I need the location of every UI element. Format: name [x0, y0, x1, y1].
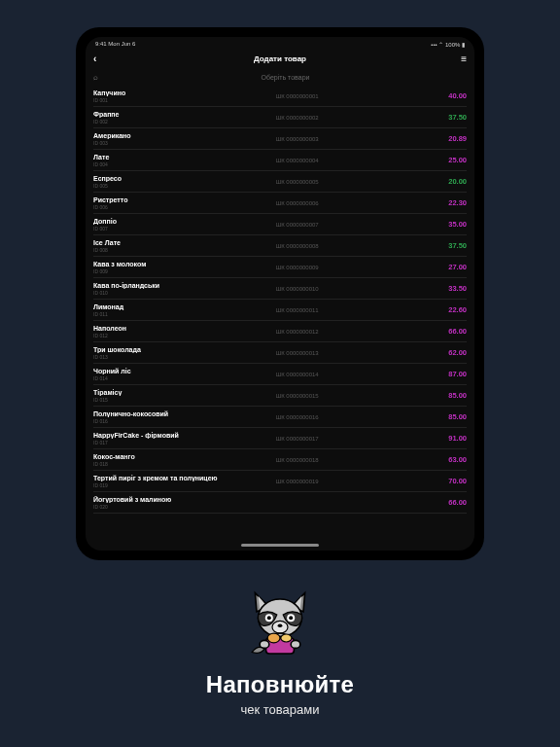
product-id: ID 004 [93, 161, 276, 167]
product-row[interactable]: ФраппеID 002ШК 000000000237.50 [93, 107, 467, 128]
product-main: Йогуртовий з малиноюID 020 [93, 496, 276, 510]
product-main: ЕспресоID 005 [93, 175, 276, 189]
product-price: 62.00 [428, 348, 467, 357]
product-code: ШК 0000000013 [276, 350, 428, 356]
product-id: ID 014 [93, 375, 276, 381]
navbar-title: Додати товар [254, 54, 306, 63]
product-main: ТірамісуID 015 [93, 389, 276, 403]
product-code: ШК 0000000007 [276, 222, 428, 228]
product-name: Доппіо [93, 218, 276, 225]
product-code: ШК 0000000016 [276, 414, 428, 420]
product-name: Американо [93, 132, 276, 139]
product-name: Чорний ліс [93, 368, 276, 374]
product-row[interactable]: АмериканоID 003ШК 000000000320.89 [93, 128, 467, 150]
product-name: Ice Лате [93, 239, 276, 246]
product-list[interactable]: КапучиноID 001ШК 000000000140.00ФраппеID… [86, 86, 474, 542]
product-row[interactable]: Йогуртовий з малиноюID 02066.00 [93, 492, 467, 514]
search-icon: ⌕ [93, 73, 98, 82]
menu-icon[interactable]: ≡ [461, 53, 467, 64]
product-id: ID 019 [93, 482, 276, 488]
product-price: 91.00 [428, 434, 467, 443]
status-bar: 9:41 Mon Jun 6 ••• ⌃ 100% ▮ [86, 37, 474, 51]
status-time: 9:41 Mon Jun 6 [95, 41, 135, 47]
product-row[interactable]: Полунично-кокосовийID 016ШК 000000001685… [93, 407, 467, 428]
home-indicator[interactable] [241, 544, 319, 547]
product-name: Кава з молоком [93, 261, 276, 267]
product-main: Три шоколадаID 013 [93, 346, 276, 360]
status-right: ••• ⌃ 100% ▮ [431, 41, 465, 48]
search-bar[interactable]: ⌕ Оберіть товари [93, 70, 467, 84]
product-name: Фраппе [93, 111, 276, 118]
product-row[interactable]: ЛимонадID 011ШК 000000001122.60 [93, 300, 467, 321]
product-main: КапучиноID 001 [93, 89, 276, 103]
product-id: ID 011 [93, 311, 276, 317]
product-row[interactable]: HappyFirCake - фірмовийID 017ШК 00000000… [93, 428, 467, 449]
product-row[interactable]: Три шоколадаID 013ШК 000000001362.00 [93, 342, 467, 364]
product-name: Лимонад [93, 303, 276, 310]
product-main: РистреттоID 006 [93, 196, 276, 210]
product-name: Три шоколада [93, 346, 276, 353]
product-name: Ристретто [93, 196, 276, 203]
svg-point-6 [278, 623, 283, 627]
back-icon[interactable]: ‹ [93, 53, 96, 64]
product-name: Кава по-ірландськи [93, 282, 276, 289]
product-id: ID 002 [93, 119, 276, 124]
product-price: 20.00 [428, 177, 467, 186]
product-price: 40.00 [428, 91, 467, 100]
product-code: ШК 0000000001 [276, 93, 428, 99]
product-row[interactable]: Кокос-мангоID 018ШК 000000001863.00 [93, 449, 467, 471]
svg-point-8 [267, 633, 280, 643]
product-main: ФраппеID 002 [93, 111, 276, 124]
product-id: ID 012 [93, 333, 276, 338]
product-code: ШК 0000000003 [276, 136, 428, 142]
product-row[interactable]: ТірамісуID 015ШК 000000001585.00 [93, 385, 467, 407]
product-id: ID 009 [93, 268, 276, 274]
product-name: Еспресо [93, 175, 276, 182]
product-price: 22.60 [428, 305, 467, 314]
product-id: ID 010 [93, 290, 276, 296]
product-main: Кокос-мангоID 018 [93, 453, 276, 467]
product-price: 37.50 [428, 241, 467, 250]
product-name: Наполеон [93, 325, 276, 332]
product-price: 35.00 [428, 220, 467, 229]
product-code: ШК 0000000004 [276, 158, 428, 163]
product-main: Кава по-ірландськиID 010 [93, 282, 276, 296]
navbar: ‹ Додати товар ≡ [86, 51, 474, 66]
product-price: 85.00 [428, 391, 467, 400]
product-code: ШК 0000000008 [276, 243, 428, 249]
product-code: ШК 0000000009 [276, 265, 428, 270]
product-name: Тертий пиріг з кремом та полуницею [93, 475, 276, 481]
product-name: Тірамісу [93, 389, 276, 396]
product-main: Полунично-кокосовийID 016 [93, 410, 276, 424]
product-row[interactable]: Ice ЛатеID 008ШК 000000000837.50 [93, 235, 467, 257]
product-name: Кокос-манго [93, 453, 276, 460]
product-main: НаполеонID 012 [93, 325, 276, 338]
product-main: Кава з молокомID 009 [93, 261, 276, 274]
product-row[interactable]: НаполеонID 012ШК 000000001266.00 [93, 321, 467, 342]
product-row[interactable]: Чорний лісID 014ШК 000000001487.00 [93, 364, 467, 385]
product-code: ШК 0000000012 [276, 329, 428, 335]
product-id: ID 008 [93, 247, 276, 253]
product-row[interactable]: ЛатеID 004ШК 000000000425.00 [93, 150, 467, 171]
product-row[interactable]: Тертий пиріг з кремом та полуницеюID 019… [93, 471, 467, 492]
product-row[interactable]: Кава з молокомID 009ШК 000000000927.00 [93, 257, 467, 278]
product-row[interactable]: Кава по-ірландськиID 010ШК 000000001033.… [93, 278, 467, 300]
product-code: ШК 0000000002 [276, 115, 428, 121]
product-row[interactable]: ДоппіоID 007ШК 000000000735.00 [93, 214, 467, 235]
product-row[interactable]: РистреттоID 006ШК 000000000622.30 [93, 193, 467, 214]
product-row[interactable]: ЕспресоID 005ШК 000000000520.00 [93, 171, 467, 193]
search-placeholder: Оберіть товари [104, 74, 467, 81]
svg-point-9 [281, 634, 292, 642]
svg-point-11 [291, 640, 300, 648]
product-id: ID 005 [93, 183, 276, 189]
product-name: Йогуртовий з малиною [93, 496, 276, 503]
tablet-frame: 9:41 Mon Jun 6 ••• ⌃ 100% ▮ ‹ Додати тов… [76, 27, 484, 560]
tablet-screen: 9:41 Mon Jun 6 ••• ⌃ 100% ▮ ‹ Додати тов… [86, 37, 474, 551]
product-row[interactable]: КапучиноID 001ШК 000000000140.00 [93, 86, 467, 107]
svg-point-4 [289, 616, 293, 620]
raccoon-mascot-icon [241, 584, 319, 661]
product-main: HappyFirCake - фірмовийID 017 [93, 432, 276, 445]
product-id: ID 003 [93, 140, 276, 146]
product-price: 66.00 [428, 498, 467, 507]
product-code: ШК 0000000019 [276, 479, 428, 484]
